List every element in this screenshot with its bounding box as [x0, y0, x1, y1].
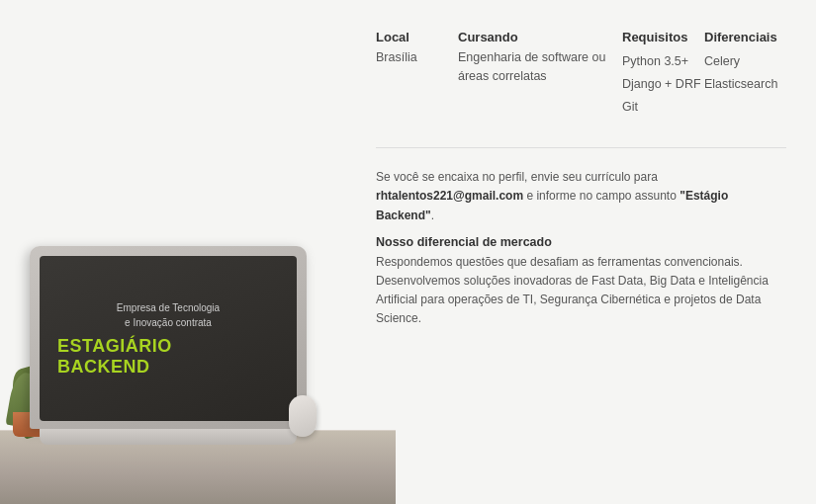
desc-mid: e informe no campo assunto — [523, 189, 680, 203]
diferenciais-col: Diferenciais Celery Elasticsearch — [704, 30, 786, 120]
desc-period: . — [431, 209, 434, 222]
main-container: Empresa de Tecnologia e Inovação contrat… — [0, 0, 816, 504]
desc-prefix: Se você se encaixa no perfil, envie seu … — [376, 170, 658, 184]
laptop-screen-outer: Empresa de Tecnologia e Inovação contrat… — [30, 246, 307, 429]
cursando-label: Cursando — [458, 30, 622, 44]
laptop-screen-inner: Empresa de Tecnologia e Inovação contrat… — [40, 256, 297, 421]
local-label: Local — [376, 30, 458, 44]
local-value: Brasília — [376, 48, 458, 67]
cursando-col: Cursando Engenharia de software ou áreas… — [458, 30, 622, 120]
diff-item-0: Celery — [704, 52, 786, 71]
req-item-1: Django + DRF — [622, 75, 704, 94]
differential-body: Respondemos questões que desafiam as fer… — [376, 253, 786, 329]
requisitos-label: Requisitos — [622, 30, 704, 44]
info-row: Local Brasília Cursando Engenharia de so… — [376, 30, 786, 120]
requisitos-items: Python 3.5+ Django + DRF Git — [622, 52, 704, 116]
section-divider — [376, 147, 786, 148]
diff-item-1: Elasticsearch — [704, 75, 786, 94]
diferenciais-label: Diferenciais — [704, 30, 786, 44]
description-section: Se você se encaixa no perfil, envie seu … — [376, 168, 786, 328]
screen-top-text: Empresa de Tecnologia e Inovação contrat… — [117, 300, 220, 330]
requisitos-col: Requisitos Python 3.5+ Django + DRF Git — [622, 30, 704, 120]
local-col: Local Brasília — [376, 30, 458, 120]
laptop-area: Empresa de Tecnologia e Inovação contrat… — [0, 89, 356, 504]
right-panel: Local Brasília Cursando Engenharia de so… — [356, 0, 816, 504]
desc-email: rhtalentos221@gmail.com — [376, 189, 523, 203]
send-resume-text: Se você se encaixa no perfil, envie seu … — [376, 168, 786, 225]
left-panel: Empresa de Tecnologia e Inovação contrat… — [0, 0, 356, 504]
differential-title: Nosso diferencial de mercado — [376, 235, 786, 249]
mouse — [289, 395, 317, 437]
cursando-value: Engenharia de software ou áreas correlat… — [458, 48, 622, 86]
screen-title: ESTAGIÁRIO BACKEND — [57, 336, 279, 377]
diferenciais-items: Celery Elasticsearch — [704, 52, 786, 94]
req-item-0: Python 3.5+ — [622, 52, 704, 71]
laptop-base — [40, 429, 297, 445]
req-item-2: Git — [622, 98, 704, 117]
